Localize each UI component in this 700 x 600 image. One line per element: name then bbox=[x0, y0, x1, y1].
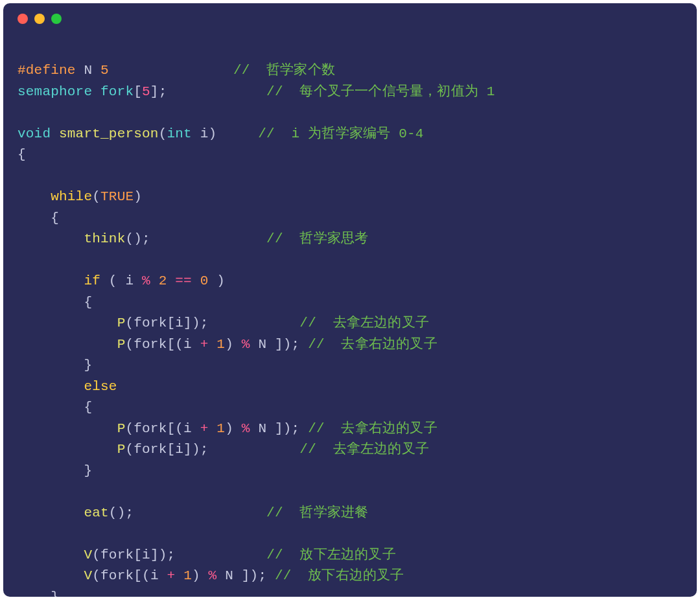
tok-semicolon: ; bbox=[200, 442, 209, 457]
tok-paren: ) bbox=[216, 273, 225, 288]
indent bbox=[18, 189, 51, 204]
tok-paren: ) bbox=[225, 337, 233, 352]
pad bbox=[209, 316, 300, 330]
tok-paren: ( bbox=[109, 273, 117, 288]
tok-paren: ) bbox=[283, 421, 292, 436]
tok-paren: ( bbox=[125, 442, 134, 457]
pad bbox=[134, 505, 266, 520]
tok-paren: ) bbox=[134, 231, 142, 246]
tok-brace: { bbox=[18, 211, 59, 225]
tok-brace: { bbox=[18, 147, 26, 162]
tok-paren: ) bbox=[192, 442, 200, 457]
tok-paren: ( bbox=[92, 568, 100, 583]
comment: // 放下右边的叉子 bbox=[266, 568, 404, 583]
sp bbox=[167, 273, 176, 288]
indent bbox=[18, 231, 84, 246]
indent bbox=[18, 379, 84, 394]
tok-var: i bbox=[175, 316, 183, 330]
tok-N: N bbox=[250, 421, 275, 436]
indent bbox=[18, 505, 84, 520]
tok-paren: ) bbox=[117, 505, 126, 520]
tok-var: i bbox=[150, 568, 167, 583]
tok-semicolon: ; bbox=[142, 231, 150, 246]
tok-paren: ) bbox=[134, 189, 142, 204]
tok-type-sem: semaphore fork bbox=[18, 84, 134, 99]
tok-paren: ( bbox=[92, 548, 100, 562]
tok-brace: } bbox=[18, 590, 59, 597]
indent bbox=[18, 337, 117, 352]
tok-paren: ( bbox=[142, 568, 150, 583]
tok-paren: ( bbox=[159, 126, 167, 141]
tok-call-P: P bbox=[117, 421, 126, 436]
tok-bracket: ] bbox=[275, 421, 283, 436]
tok-text: N bbox=[76, 63, 100, 78]
tok-bracket: ] bbox=[183, 316, 192, 330]
tok-paren: ( bbox=[92, 189, 100, 204]
tok-paren: ) bbox=[159, 548, 167, 562]
tok-op-mod: % bbox=[209, 568, 217, 583]
tok-bracket: [ bbox=[167, 421, 175, 436]
sp bbox=[100, 273, 109, 288]
tok-call-P: P bbox=[117, 337, 126, 352]
tok-paren: ) bbox=[208, 126, 216, 141]
tok-op-plus: + bbox=[200, 337, 209, 352]
code-window: #define N 5 // 哲学家个数 semaphore fork[5]; … bbox=[3, 3, 697, 597]
tok-bracket: ] bbox=[183, 442, 192, 457]
comment: // 去拿左边的叉子 bbox=[299, 316, 429, 330]
tok-ident-fork: fork bbox=[134, 442, 167, 457]
tok-op-eq: == bbox=[175, 273, 192, 288]
tok-paren: ) bbox=[192, 316, 200, 330]
pad bbox=[209, 442, 300, 457]
sp bbox=[175, 568, 183, 583]
sp bbox=[233, 337, 242, 352]
pad bbox=[150, 231, 266, 246]
tok-paren: ( bbox=[175, 337, 183, 352]
tok-paren: ( bbox=[125, 316, 134, 330]
tok-semicolon: ; bbox=[200, 316, 209, 330]
comment: // 去拿右边的叉子 bbox=[299, 421, 437, 436]
tok-bracket: [ bbox=[167, 316, 175, 330]
comment: // 哲学家进餐 bbox=[266, 505, 368, 520]
tok-bracket: [ bbox=[167, 442, 175, 457]
tok-num-1: 1 bbox=[183, 568, 192, 583]
tok-bracket: ] bbox=[275, 337, 283, 352]
tok-bracket: ] bbox=[150, 548, 159, 562]
tok-op-mod: % bbox=[242, 337, 250, 352]
tok-paren: ( bbox=[125, 421, 134, 436]
tok-num-1: 1 bbox=[216, 337, 225, 352]
tok-ident-fork: fork bbox=[134, 316, 167, 330]
tok-semicolon: ; bbox=[292, 337, 300, 352]
tok-ident-fork: fork bbox=[100, 568, 134, 583]
tok-bracket: [ bbox=[167, 337, 175, 352]
tok-op-mod: % bbox=[142, 273, 150, 288]
tok-while: while bbox=[51, 189, 92, 204]
tok-call-P: P bbox=[117, 442, 126, 457]
window-close-icon[interactable] bbox=[18, 14, 28, 24]
pad bbox=[216, 126, 258, 141]
tok-true: TRUE bbox=[100, 189, 134, 204]
tok-bracket: [ bbox=[134, 548, 142, 562]
indent bbox=[18, 442, 117, 457]
tok-brace: } bbox=[18, 463, 92, 478]
tok-bracket: ] bbox=[150, 84, 159, 99]
code-block: #define N 5 // 哲学家个数 semaphore fork[5]; … bbox=[3, 34, 697, 597]
tok-paren: ) bbox=[225, 421, 233, 436]
indent bbox=[18, 568, 84, 583]
tok-N: N bbox=[216, 568, 241, 583]
sp bbox=[209, 421, 217, 436]
comment: // 去拿右边的叉子 bbox=[299, 337, 437, 352]
window-minimize-icon[interactable] bbox=[34, 14, 45, 24]
tok-bracket: ] bbox=[242, 568, 250, 583]
tok-bracket: [ bbox=[134, 568, 142, 583]
tok-num-2: 2 bbox=[159, 273, 167, 288]
pad bbox=[175, 548, 266, 562]
tok-var: i bbox=[183, 337, 200, 352]
window-zoom-icon[interactable] bbox=[51, 14, 62, 24]
tok-semicolon: ; bbox=[159, 84, 167, 99]
tok-N: N bbox=[250, 337, 275, 352]
sp bbox=[150, 273, 159, 288]
indent bbox=[18, 548, 84, 562]
tok-call-P: P bbox=[117, 316, 126, 330]
comment: // 哲学家个数 bbox=[233, 63, 335, 78]
tok-call-eat: eat bbox=[84, 505, 108, 520]
